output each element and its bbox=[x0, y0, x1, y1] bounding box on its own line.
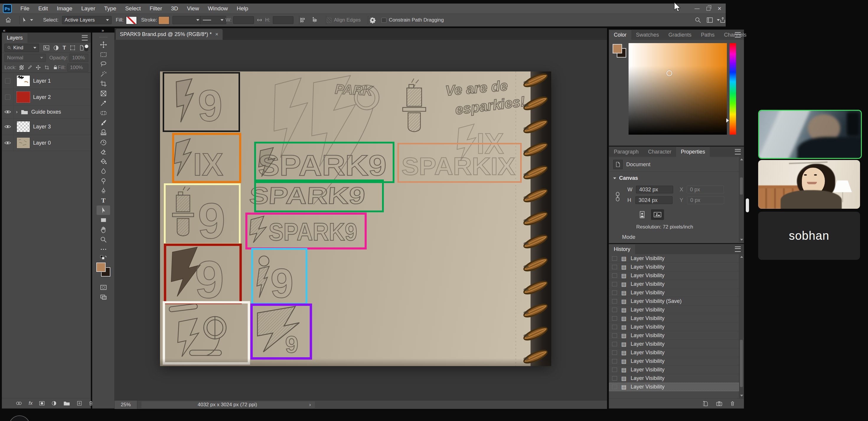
new-layer-icon[interactable] bbox=[77, 401, 82, 406]
zoom-tool[interactable] bbox=[97, 235, 110, 244]
layer-row-3[interactable]: Layer 3 bbox=[2, 118, 91, 134]
swap-colors-icon[interactable] bbox=[97, 254, 110, 261]
layer-mask-icon[interactable] bbox=[39, 401, 45, 405]
menu-item-select[interactable]: Select bbox=[121, 4, 145, 13]
menu-item-view[interactable]: View bbox=[182, 4, 204, 13]
close-button[interactable]: ✕ bbox=[714, 4, 725, 13]
history-step-selected[interactable]: ▤Layer Visibility bbox=[609, 383, 739, 391]
tab-color[interactable]: Color bbox=[609, 30, 631, 40]
brush-tool[interactable] bbox=[97, 118, 110, 127]
panel-menu-icon[interactable] bbox=[735, 246, 741, 252]
video-tile-active-speaker[interactable] bbox=[758, 110, 862, 159]
move-tool-preset[interactable] bbox=[21, 14, 33, 26]
delete-state-icon[interactable] bbox=[730, 401, 735, 406]
clone-stamp-tool[interactable] bbox=[97, 127, 110, 137]
path-align-button[interactable] bbox=[299, 17, 306, 24]
panel-menu-icon[interactable] bbox=[82, 35, 88, 40]
lock-pixels-icon[interactable] bbox=[27, 65, 32, 70]
smudge-tool[interactable] bbox=[97, 167, 110, 176]
layer-name[interactable]: Layer 2 bbox=[33, 94, 51, 100]
tab-layers[interactable]: Layers bbox=[2, 33, 27, 43]
overlay-scroll-handle[interactable] bbox=[746, 199, 749, 212]
filter-smart-object-icon[interactable] bbox=[79, 45, 85, 51]
layer-row-group[interactable]: › Guide boxes bbox=[2, 105, 91, 118]
history-brush-tool[interactable] bbox=[97, 137, 110, 147]
path-selection-tool[interactable] bbox=[97, 206, 110, 215]
more-tools[interactable] bbox=[97, 244, 110, 254]
canvas-width-input[interactable]: 4032 px bbox=[636, 186, 673, 193]
stroke-width-dropdown[interactable] bbox=[173, 16, 202, 24]
menu-item-file[interactable]: File bbox=[16, 4, 34, 13]
tab-gradients[interactable]: Gradients bbox=[664, 30, 696, 40]
minimize-button[interactable]: — bbox=[691, 4, 703, 13]
scrollbar-thumb[interactable] bbox=[740, 340, 743, 387]
menu-item-type[interactable]: Type bbox=[100, 4, 121, 13]
history-scrollbar[interactable] bbox=[739, 254, 744, 398]
hue-slider-arrow[interactable] bbox=[726, 118, 729, 122]
document-info-field[interactable]: 4032 px x 3024 px (72 ppi) › bbox=[142, 401, 315, 408]
layer-style-fx-icon[interactable]: fx bbox=[29, 400, 32, 406]
foreground-color-swatch[interactable] bbox=[613, 44, 622, 54]
tab-swatches[interactable]: Swatches bbox=[631, 30, 664, 40]
fill-swatch[interactable] bbox=[126, 16, 137, 25]
eyedropper-tool[interactable] bbox=[97, 98, 110, 108]
frame-tool[interactable] bbox=[97, 89, 110, 98]
history-step[interactable]: ▤Layer Visibility bbox=[609, 314, 739, 323]
type-tool[interactable]: T bbox=[97, 196, 110, 205]
history-step[interactable]: ▤Layer Visibility bbox=[609, 254, 739, 263]
gear-icon[interactable] bbox=[369, 17, 376, 24]
snapshot-camera-icon[interactable] bbox=[716, 401, 722, 406]
canvas-y-input[interactable]: 0 px bbox=[687, 196, 724, 204]
filter-kind-dropdown[interactable]: Kind bbox=[4, 44, 39, 52]
tab-paragraph[interactable]: Paragraph bbox=[609, 147, 643, 157]
tab-character[interactable]: Character bbox=[643, 147, 676, 157]
screen-mode-icon[interactable] bbox=[97, 292, 110, 302]
lock-position-icon[interactable] bbox=[36, 65, 41, 70]
layer-row-1[interactable]: Layer 1 bbox=[2, 72, 91, 89]
history-step[interactable]: ▤Layer Visibility bbox=[609, 280, 739, 289]
select-mode-dropdown[interactable]: Active Layers bbox=[62, 16, 112, 24]
filter-type-icon[interactable]: T bbox=[63, 44, 66, 51]
scrollbar-thumb[interactable] bbox=[740, 177, 743, 194]
path-arrange-button[interactable] bbox=[311, 17, 318, 24]
constrain-path-control[interactable]: Constrain Path Dragging bbox=[381, 14, 444, 26]
zoom-level-field[interactable]: 25% bbox=[115, 401, 137, 409]
stroke-type-dropdown[interactable] bbox=[200, 16, 226, 24]
lock-artboard-icon[interactable] bbox=[44, 65, 49, 70]
menu-item-filter[interactable]: Filter bbox=[145, 4, 166, 13]
link-dimensions-icon[interactable] bbox=[615, 191, 620, 202]
hue-slider[interactable] bbox=[730, 43, 736, 134]
menu-item-layer[interactable]: Layer bbox=[77, 4, 100, 13]
opacity-input[interactable]: 100% bbox=[69, 54, 88, 62]
canvas-pasteboard[interactable]: 9 PARK bbox=[115, 40, 607, 401]
layer-name[interactable]: Layer 1 bbox=[33, 78, 51, 84]
filter-toggle[interactable] bbox=[85, 44, 88, 51]
close-tab-icon[interactable]: × bbox=[215, 31, 218, 37]
color-picker-marker[interactable] bbox=[666, 70, 672, 76]
home-button[interactable] bbox=[5, 14, 12, 26]
tab-paths[interactable]: Paths bbox=[696, 30, 719, 40]
visibility-toggle[interactable] bbox=[2, 135, 13, 151]
layer-thumbnail[interactable] bbox=[17, 75, 30, 87]
fill-input[interactable]: 100% bbox=[67, 63, 88, 72]
video-tile-camera-off[interactable]: sobhan bbox=[758, 212, 860, 260]
history-step[interactable]: ▤Layer Visibility bbox=[609, 271, 739, 280]
filter-adjustment-icon[interactable] bbox=[53, 45, 59, 51]
move-tool[interactable] bbox=[97, 40, 110, 49]
layer-thumbnail[interactable] bbox=[17, 92, 30, 103]
align-edges-control[interactable]: Align Edges bbox=[327, 14, 361, 26]
layer-name[interactable]: Layer 3 bbox=[33, 124, 51, 130]
marquee-tool[interactable] bbox=[97, 50, 110, 59]
dodge-tool[interactable] bbox=[97, 176, 110, 186]
visibility-toggle[interactable] bbox=[2, 73, 13, 89]
collapse-panel-icon[interactable]: « bbox=[3, 28, 5, 33]
layer-row-2[interactable]: Layer 2 bbox=[2, 89, 91, 105]
search-icon[interactable] bbox=[694, 17, 702, 24]
patch-tool[interactable] bbox=[97, 108, 110, 118]
eraser-tool[interactable] bbox=[97, 147, 110, 156]
canvas-x-input[interactable]: 0 px bbox=[687, 186, 724, 193]
visibility-toggle[interactable] bbox=[2, 89, 13, 105]
restore-button[interactable] bbox=[703, 4, 714, 13]
new-group-icon[interactable] bbox=[63, 401, 70, 406]
layer-thumbnail[interactable] bbox=[17, 137, 30, 149]
